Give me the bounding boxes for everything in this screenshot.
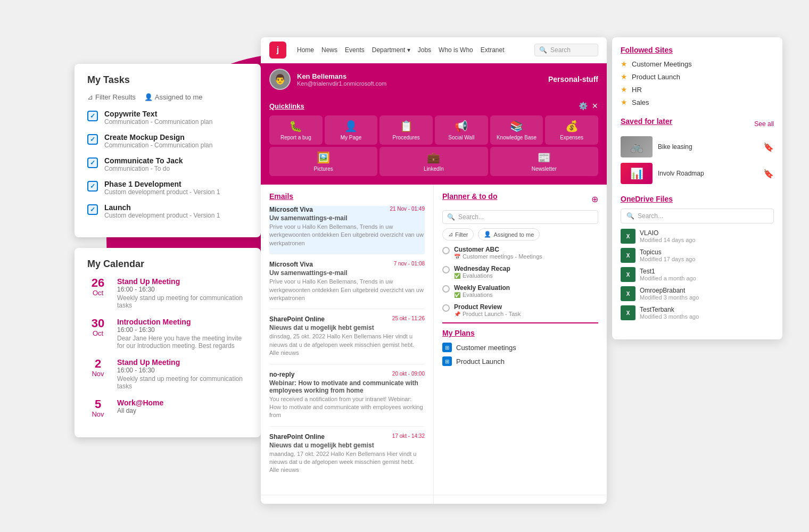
knowledge-icon: 📚 xyxy=(510,120,523,132)
ql-pictures[interactable]: 🖼️ Pictures xyxy=(269,147,377,176)
file-item-2[interactable]: X Topicus Modified 17 days ago xyxy=(621,248,774,263)
plans-item-1[interactable]: Customer meetings xyxy=(442,343,598,352)
my-teams-title[interactable]: My Teams: overview xyxy=(442,503,598,504)
tasks-title: My Tasks xyxy=(87,74,248,86)
nav-department[interactable]: Department ▾ xyxy=(372,46,410,54)
star-icon: ★ xyxy=(621,60,628,68)
onedrive-search[interactable]: 🔍 Search... xyxy=(621,209,774,223)
task-checkbox-1[interactable] xyxy=(87,111,98,121)
star-icon: ★ xyxy=(621,72,628,81)
nav-logo[interactable]: j xyxy=(269,41,286,59)
close-icon[interactable]: ✕ xyxy=(592,102,598,110)
onedrive-title[interactable]: OneDrive Files xyxy=(621,195,774,203)
filter-results-btn[interactable]: ⊿ Filter Results xyxy=(87,93,136,101)
followed-item-3[interactable]: ★ HR xyxy=(621,85,774,94)
bookmark-icon[interactable]: 🔖 xyxy=(763,142,774,152)
calendar-title: My Calendar xyxy=(87,259,248,270)
ql-knowledge-base[interactable]: 📚 Knowledge Base xyxy=(490,115,543,145)
plan-grid-icon xyxy=(442,356,452,366)
emails-section: Emails Microsoft Viva 21 Nov - 01:49 Uw … xyxy=(261,185,434,495)
task-item: Create Mockup Design Communication - Com… xyxy=(87,133,248,149)
followed-item-2[interactable]: ★ Product Launch xyxy=(621,72,774,81)
person-icon: 👤 xyxy=(484,231,491,238)
task-item: Copywrite Text Communication - Communica… xyxy=(87,110,248,126)
followed-sites-section: Followed Sites ★ Customer Meetings ★ Pro… xyxy=(621,46,774,106)
my-plans-title[interactable]: My Plans xyxy=(442,329,598,337)
excel-icon: X xyxy=(621,305,635,320)
nav-news[interactable]: News xyxy=(321,46,337,54)
nav-extranet[interactable]: Extranet xyxy=(481,46,505,54)
planner-add-icon[interactable]: ⊕ xyxy=(591,194,598,204)
file-item-4[interactable]: X OmroepBrabant Modified 3 months ago xyxy=(621,286,774,301)
top-nav: j Home News Events Department ▾ Jobs Who… xyxy=(261,37,607,63)
email-item-1[interactable]: Microsoft Viva 21 Nov - 01:49 Uw samenwa… xyxy=(269,206,425,254)
email-item-2[interactable]: Microsoft Viva 7 nov - 01:08 Uw samenwat… xyxy=(269,261,425,309)
my-tasks-card: My Tasks ⊿ Filter Results 👤 Assigned to … xyxy=(75,64,261,237)
planner-search[interactable]: 🔍 Search... xyxy=(442,210,598,224)
planner-radio-4[interactable] xyxy=(442,304,450,312)
nav-who-is-who[interactable]: Who is Who xyxy=(439,46,473,54)
email-item-4[interactable]: no-reply 20 okt - 09:00 Webinar: How to … xyxy=(269,371,425,427)
ql-procedures[interactable]: 📋 Procedures xyxy=(379,115,433,145)
saved-item-involv[interactable]: 📊 Involv Roadmap 🔖 xyxy=(621,163,774,184)
followed-item-4[interactable]: ★ Sales xyxy=(621,98,774,106)
ql-expenses[interactable]: 💰 Expenses xyxy=(545,115,598,145)
task-checkbox-2[interactable] xyxy=(87,134,98,145)
calendar-widget-title[interactable]: Calendar xyxy=(269,503,425,504)
nav-home[interactable]: Home xyxy=(297,46,314,54)
planner-radio-3[interactable] xyxy=(442,285,450,293)
bike-thumbnail: 🚲 xyxy=(621,136,653,157)
file-item-5[interactable]: X TestTerbank Modified 3 months ago xyxy=(621,305,774,320)
user-email: Ken@trialenvdir1.onmicrosoft.com xyxy=(297,80,386,87)
bookmark-icon[interactable]: 🔖 xyxy=(763,169,774,179)
filter-icon: ⊿ xyxy=(448,231,453,238)
email-item-5[interactable]: SharePoint Online 17 okt - 14:32 Nieuws … xyxy=(269,433,425,481)
ql-social-wall[interactable]: 📢 Social Wall xyxy=(435,115,488,145)
cal-event-3: 2 Nov Stand Up Meeting 16:00 - 16:30 Wee… xyxy=(87,358,248,390)
personal-stuff-label: Personal-stuff xyxy=(548,75,598,84)
followed-sites-title[interactable]: Followed Sites xyxy=(621,46,774,54)
search-icon: 🔍 xyxy=(447,213,455,221)
check-icon: ✅ xyxy=(454,292,460,298)
nav-events[interactable]: Events xyxy=(345,46,365,54)
linkedin-icon: 💼 xyxy=(427,151,440,164)
excel-icon: X xyxy=(621,267,635,282)
ql-newsletter[interactable]: 📰 Newsletter xyxy=(490,147,598,176)
quicklinks-section: Quicklinks ⚙️ ✕ 🐛 Report a bug 👤 My Page… xyxy=(261,95,607,185)
followed-item-1[interactable]: ★ Customer Meetings xyxy=(621,60,774,68)
nav-jobs[interactable]: Jobs xyxy=(418,46,431,54)
quicklinks-title[interactable]: Quicklinks xyxy=(269,102,304,110)
star-icon: ★ xyxy=(621,85,628,94)
task-checkbox-4[interactable] xyxy=(87,181,98,192)
ql-my-page[interactable]: 👤 My Page xyxy=(325,115,378,145)
emails-title[interactable]: Emails xyxy=(269,192,425,201)
planner-assigned-btn[interactable]: 👤 Assigned to me xyxy=(478,228,540,240)
nav-links: Home News Events Department ▾ Jobs Who i… xyxy=(297,46,524,54)
task-item: Communicate To Jack Communication - To d… xyxy=(87,156,248,172)
see-all-link[interactable]: See all xyxy=(754,120,774,128)
email-item-3[interactable]: SharePoint Online 25 okt - 11:26 Nieuws … xyxy=(269,315,425,364)
planner-section: Planner & to do ⊕ 🔍 Search... ⊿ Filter 👤… xyxy=(434,185,607,495)
ql-report-bug[interactable]: 🐛 Report a bug xyxy=(269,115,323,145)
task-checkbox-3[interactable] xyxy=(87,157,98,168)
procedures-icon: 📋 xyxy=(400,120,413,132)
assigned-to-me-btn[interactable]: 👤 Assigned to me xyxy=(144,93,203,101)
task-checkbox-5[interactable] xyxy=(87,204,98,215)
nav-search-box[interactable]: 🔍 Search xyxy=(534,44,598,56)
planner-radio-2[interactable] xyxy=(442,266,450,273)
file-item-3[interactable]: X Test1 Modified a month ago xyxy=(621,267,774,282)
ql-linkedin[interactable]: 💼 LinkedIn xyxy=(379,147,488,176)
plans-item-2[interactable]: Product Launch xyxy=(442,356,598,366)
saved-for-later-title[interactable]: Saved for later xyxy=(621,117,672,126)
planner-filter-btn[interactable]: ⊿ Filter xyxy=(442,228,474,240)
planner-title[interactable]: Planner & to do xyxy=(442,192,497,201)
saved-item-bike[interactable]: 🚲 Bike leasing 🔖 xyxy=(621,136,774,157)
file-item-1[interactable]: X VLAIO Modified 14 days ago xyxy=(621,229,774,244)
bug-icon: 🐛 xyxy=(289,120,302,132)
user-icon: 👤 xyxy=(344,120,358,132)
quicklinks-row2: 🖼️ Pictures 💼 LinkedIn 📰 Newsletter xyxy=(269,147,598,176)
calendar-icon: 📅 xyxy=(454,254,460,260)
planner-radio-1[interactable] xyxy=(442,247,450,254)
excel-icon: X xyxy=(621,286,635,301)
settings-icon[interactable]: ⚙️ xyxy=(579,102,588,110)
